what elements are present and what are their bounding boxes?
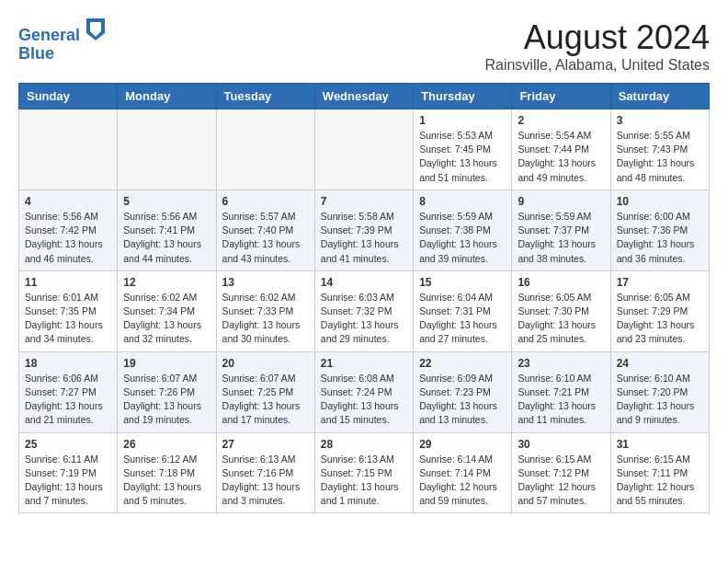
day-number: 22	[419, 357, 506, 370]
logo-general: General	[18, 26, 80, 44]
day-number: 28	[321, 438, 407, 451]
day-number: 9	[518, 195, 604, 208]
calendar-day-1: 1Sunrise: 5:53 AMSunset: 7:45 PMDaylight…	[414, 109, 512, 190]
title-section: August 2024 Rainsville, Alabama, United …	[484, 18, 710, 74]
calendar-day-15: 15Sunrise: 6:04 AMSunset: 7:31 PMDayligh…	[414, 270, 512, 351]
calendar-day-empty	[216, 109, 314, 190]
calendar-week-row: 11Sunrise: 6:01 AMSunset: 7:35 PMDayligh…	[19, 270, 710, 351]
day-number: 3	[617, 114, 703, 127]
calendar-day-19: 19Sunrise: 6:07 AMSunset: 7:26 PMDayligh…	[118, 351, 216, 432]
day-number: 24	[617, 357, 703, 370]
day-number: 16	[518, 276, 604, 289]
calendar-day-7: 7Sunrise: 5:58 AMSunset: 7:39 PMDaylight…	[314, 190, 413, 270]
calendar-day-18: 18Sunrise: 6:06 AMSunset: 7:27 PMDayligh…	[19, 351, 118, 432]
day-number: 7	[321, 195, 407, 208]
day-info: Sunrise: 6:03 AMSunset: 7:32 PMDaylight:…	[321, 291, 407, 347]
calendar-day-23: 23Sunrise: 6:10 AMSunset: 7:21 PMDayligh…	[512, 351, 610, 432]
calendar-day-16: 16Sunrise: 6:05 AMSunset: 7:30 PMDayligh…	[512, 270, 610, 351]
calendar-day-25: 25Sunrise: 6:11 AMSunset: 7:19 PMDayligh…	[19, 432, 118, 513]
day-info: Sunrise: 6:00 AMSunset: 7:36 PMDaylight:…	[617, 210, 703, 266]
weekday-header-saturday: Saturday	[610, 84, 709, 109]
calendar-day-30: 30Sunrise: 6:15 AMSunset: 7:12 PMDayligh…	[512, 432, 610, 513]
day-number: 8	[419, 195, 506, 208]
day-number: 6	[222, 195, 309, 208]
day-info: Sunrise: 6:05 AMSunset: 7:30 PMDaylight:…	[518, 291, 604, 347]
calendar-day-3: 3Sunrise: 5:55 AMSunset: 7:43 PMDaylight…	[610, 109, 709, 190]
calendar-day-21: 21Sunrise: 6:08 AMSunset: 7:24 PMDayligh…	[314, 351, 413, 432]
day-number: 15	[419, 276, 506, 289]
day-number: 17	[617, 276, 703, 289]
day-info: Sunrise: 6:08 AMSunset: 7:24 PMDaylight:…	[321, 372, 407, 428]
calendar-day-12: 12Sunrise: 6:02 AMSunset: 7:34 PMDayligh…	[118, 270, 216, 351]
day-info: Sunrise: 6:12 AMSunset: 7:18 PMDaylight:…	[123, 453, 210, 509]
day-info: Sunrise: 6:11 AMSunset: 7:19 PMDaylight:…	[25, 453, 111, 509]
day-info: Sunrise: 6:02 AMSunset: 7:34 PMDaylight:…	[123, 291, 210, 347]
day-number: 14	[321, 276, 407, 289]
day-number: 1	[419, 114, 506, 127]
logo-blue: Blue	[18, 44, 105, 64]
day-info: Sunrise: 6:13 AMSunset: 7:15 PMDaylight:…	[321, 453, 407, 509]
weekday-header-monday: Monday	[118, 84, 216, 109]
calendar-week-row: 4Sunrise: 5:56 AMSunset: 7:42 PMDaylight…	[19, 190, 710, 270]
calendar-day-empty	[314, 109, 413, 190]
day-info: Sunrise: 6:07 AMSunset: 7:25 PMDaylight:…	[222, 372, 309, 428]
day-number: 13	[222, 276, 309, 289]
calendar-day-24: 24Sunrise: 6:10 AMSunset: 7:20 PMDayligh…	[610, 351, 709, 432]
day-info: Sunrise: 5:56 AMSunset: 7:42 PMDaylight:…	[25, 210, 111, 266]
calendar-table: SundayMondayTuesdayWednesdayThursdayFrid…	[18, 83, 710, 513]
day-number: 25	[25, 438, 111, 451]
day-number: 31	[617, 438, 703, 451]
logo: General Blue	[18, 18, 105, 63]
calendar-day-14: 14Sunrise: 6:03 AMSunset: 7:32 PMDayligh…	[314, 270, 413, 351]
calendar-day-20: 20Sunrise: 6:07 AMSunset: 7:25 PMDayligh…	[216, 351, 314, 432]
logo-icon	[86, 18, 105, 40]
day-info: Sunrise: 6:15 AMSunset: 7:12 PMDaylight:…	[518, 453, 604, 509]
weekday-header-row: SundayMondayTuesdayWednesdayThursdayFrid…	[19, 84, 710, 109]
calendar-week-row: 18Sunrise: 6:06 AMSunset: 7:27 PMDayligh…	[19, 351, 710, 432]
day-info: Sunrise: 6:02 AMSunset: 7:33 PMDaylight:…	[222, 291, 309, 347]
day-info: Sunrise: 6:10 AMSunset: 7:20 PMDaylight:…	[617, 372, 703, 428]
day-number: 19	[123, 357, 210, 370]
day-number: 2	[518, 114, 604, 127]
day-number: 21	[321, 357, 407, 370]
weekday-header-thursday: Thursday	[414, 84, 512, 109]
day-info: Sunrise: 6:13 AMSunset: 7:16 PMDaylight:…	[222, 453, 309, 509]
day-info: Sunrise: 6:09 AMSunset: 7:23 PMDaylight:…	[419, 372, 506, 428]
calendar-day-5: 5Sunrise: 5:56 AMSunset: 7:41 PMDaylight…	[118, 190, 216, 270]
calendar-day-28: 28Sunrise: 6:13 AMSunset: 7:15 PMDayligh…	[314, 432, 413, 513]
calendar-day-26: 26Sunrise: 6:12 AMSunset: 7:18 PMDayligh…	[118, 432, 216, 513]
day-number: 10	[617, 195, 703, 208]
day-number: 20	[222, 357, 309, 370]
weekday-header-sunday: Sunday	[19, 84, 118, 109]
day-info: Sunrise: 6:07 AMSunset: 7:26 PMDaylight:…	[123, 372, 210, 428]
calendar-day-8: 8Sunrise: 5:59 AMSunset: 7:38 PMDaylight…	[414, 190, 512, 270]
calendar-day-4: 4Sunrise: 5:56 AMSunset: 7:42 PMDaylight…	[19, 190, 118, 270]
calendar-day-empty	[118, 109, 216, 190]
day-info: Sunrise: 5:55 AMSunset: 7:43 PMDaylight:…	[617, 129, 703, 185]
calendar-day-27: 27Sunrise: 6:13 AMSunset: 7:16 PMDayligh…	[216, 432, 314, 513]
location-subtitle: Rainsville, Alabama, United States	[484, 57, 710, 74]
day-info: Sunrise: 5:58 AMSunset: 7:39 PMDaylight:…	[321, 210, 407, 266]
day-info: Sunrise: 6:14 AMSunset: 7:14 PMDaylight:…	[419, 453, 506, 509]
calendar-week-row: 25Sunrise: 6:11 AMSunset: 7:19 PMDayligh…	[19, 432, 710, 513]
calendar-day-6: 6Sunrise: 5:57 AMSunset: 7:40 PMDaylight…	[216, 190, 314, 270]
day-info: Sunrise: 5:54 AMSunset: 7:44 PMDaylight:…	[518, 129, 604, 185]
day-info: Sunrise: 6:04 AMSunset: 7:31 PMDaylight:…	[419, 291, 506, 347]
calendar-day-17: 17Sunrise: 6:05 AMSunset: 7:29 PMDayligh…	[610, 270, 709, 351]
day-number: 27	[222, 438, 309, 451]
calendar-day-31: 31Sunrise: 6:15 AMSunset: 7:11 PMDayligh…	[610, 432, 709, 513]
day-info: Sunrise: 6:10 AMSunset: 7:21 PMDaylight:…	[518, 372, 604, 428]
day-number: 23	[518, 357, 604, 370]
day-info: Sunrise: 6:01 AMSunset: 7:35 PMDaylight:…	[25, 291, 111, 347]
day-number: 4	[25, 195, 111, 208]
day-info: Sunrise: 5:53 AMSunset: 7:45 PMDaylight:…	[419, 129, 506, 185]
day-number: 11	[25, 276, 111, 289]
day-info: Sunrise: 6:06 AMSunset: 7:27 PMDaylight:…	[25, 372, 111, 428]
day-number: 12	[123, 276, 210, 289]
day-info: Sunrise: 5:59 AMSunset: 7:38 PMDaylight:…	[419, 210, 506, 266]
calendar-day-10: 10Sunrise: 6:00 AMSunset: 7:36 PMDayligh…	[610, 190, 709, 270]
day-number: 26	[123, 438, 210, 451]
day-number: 30	[518, 438, 604, 451]
weekday-header-friday: Friday	[512, 84, 610, 109]
day-number: 5	[123, 195, 210, 208]
